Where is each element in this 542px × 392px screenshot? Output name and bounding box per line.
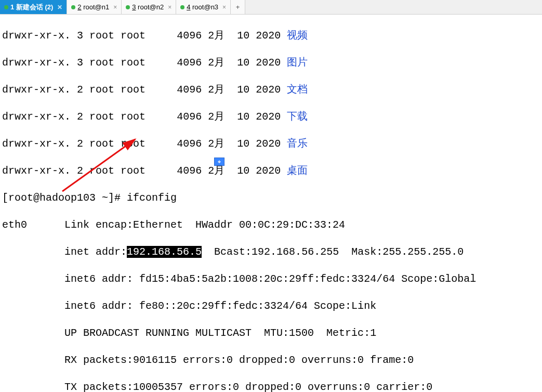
dir-name: 音乐 [287, 138, 308, 150]
status-dot-icon [180, 5, 184, 9]
ifconfig-line: inet6 addr: fd15:4ba5:5a2b:1008:20c:29ff… [2, 272, 540, 286]
new-tab-button[interactable]: + [231, 0, 245, 14]
tab-bar: 1 新建会话 (2) ✕ 2 root@n1 × 3 root@n2 × 4 r… [0, 0, 542, 15]
dir-name: 桌面 [287, 165, 308, 177]
tab-session-1[interactable]: 1 新建会话 (2) ✕ [0, 0, 67, 14]
close-icon[interactable]: ✕ [57, 4, 62, 11]
prompt-line: [root@hadoop103 ~]# ifconfig [2, 191, 540, 205]
ifconfig-eth0: eth0 Link encap:Ethernet HWaddr 00:0C:29… [2, 218, 540, 232]
ifconfig-line: UP BROADCAST RUNNING MULTICAST MTU:1500 … [2, 326, 540, 340]
status-dot-icon [71, 5, 75, 9]
ls-row: drwxr-xr-x. 2 root root 4096 2月 10 2020 … [2, 83, 540, 97]
annotation-marker-icon: ❖ [214, 158, 224, 166]
tab-root-n2[interactable]: 3 root@n2 × [122, 0, 176, 14]
tab-root-n1[interactable]: 2 root@n1 × [67, 0, 122, 14]
tab-label: 1 新建会话 (2) [10, 3, 53, 12]
ifconfig-line: TX packets:10005357 errors:0 dropped:0 o… [2, 381, 540, 392]
status-dot-icon [126, 5, 130, 9]
tab-label: 3 root@n2 [132, 3, 164, 11]
dir-name: 文档 [287, 84, 308, 96]
ls-row: drwxr-xr-x. 2 root root 4096 2月 10 2020 … [2, 137, 540, 151]
dir-name: 下载 [287, 111, 308, 123]
ls-row: drwxr-xr-x. 3 root root 4096 2月 10 2020 … [2, 29, 540, 43]
tab-root-n3[interactable]: 4 root@n3 × [176, 0, 231, 14]
status-dot-icon [4, 5, 8, 9]
highlighted-ip: 192.168.56.5 [127, 246, 202, 258]
ifconfig-line: RX packets:9016115 errors:0 dropped:0 ov… [2, 354, 540, 367]
tab-label: 2 root@n1 [77, 3, 109, 11]
prompt: [root@hadoop103 ~]# [2, 192, 127, 204]
dir-name: 视频 [287, 30, 308, 42]
ls-row: drwxr-xr-x. 2 root root 4096 2月 10 2020 … [2, 164, 540, 178]
terminal-output[interactable]: drwxr-xr-x. 3 root root 4096 2月 10 2020 … [0, 15, 542, 392]
close-icon[interactable]: × [113, 4, 117, 11]
ifconfig-line: inet6 addr: fe80::20c:29ff:fedc:3324/64 … [2, 299, 540, 313]
ls-row: drwxr-xr-x. 3 root root 4096 2月 10 2020 … [2, 56, 540, 70]
close-icon[interactable]: × [168, 4, 171, 11]
command: ifconfig [127, 192, 177, 204]
ifconfig-line: inet addr:192.168.56.5 Bcast:192.168.56.… [2, 245, 540, 259]
ls-row: drwxr-xr-x. 2 root root 4096 2月 10 2020 … [2, 110, 540, 124]
close-icon[interactable]: × [222, 4, 226, 11]
tab-label: 4 root@n3 [187, 3, 218, 11]
dir-name: 图片 [287, 57, 308, 69]
